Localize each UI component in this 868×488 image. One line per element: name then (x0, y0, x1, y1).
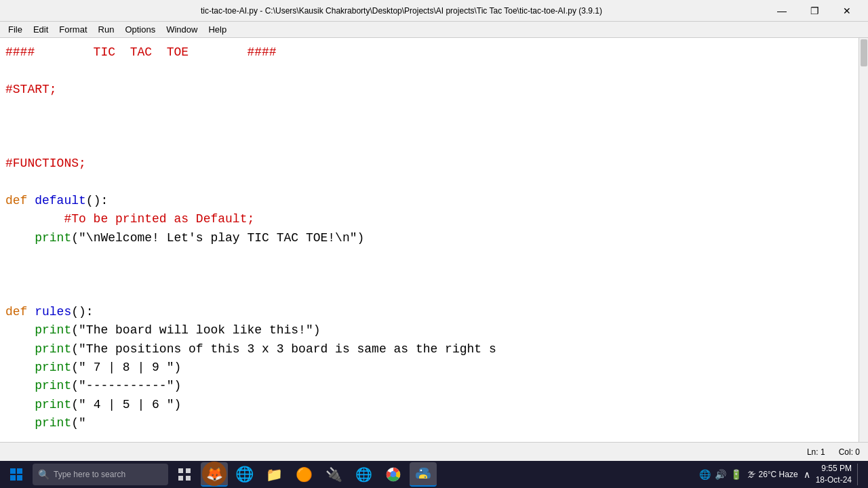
taskbar-edge-button[interactable]: 🌐 (231, 462, 258, 487)
task-view-button[interactable] (171, 462, 198, 487)
taskbar-weather[interactable]: 🌫 26°C Haze (747, 470, 797, 479)
code-line-8 (5, 174, 859, 192)
code-line-15: def rules(): (5, 303, 859, 321)
svg-point-11 (420, 470, 422, 471)
taskbar: 🔍 🦊 🌐 📁 🟠 🔌 🌐 (0, 461, 868, 488)
menu-format[interactable]: Format (54, 22, 92, 37)
svg-point-10 (391, 472, 396, 477)
code-line-21: print(" (5, 414, 859, 432)
volume-icon[interactable]: 🔊 (715, 469, 726, 480)
svg-rect-1 (17, 468, 22, 474)
svg-rect-5 (186, 468, 191, 473)
menu-options[interactable]: Options (119, 22, 161, 37)
code-line-17: print("The positions of this 3 x 3 board… (5, 340, 859, 359)
weather-text: 26°C Haze (758, 470, 797, 479)
title-bar-buttons: — ❐ ✕ (766, 0, 863, 22)
code-line-14 (5, 285, 859, 303)
taskbar-datetime[interactable]: 9:55 PM 18-Oct-24 (816, 463, 852, 486)
code-line-20: print(" 4 | 5 | 6 ") (5, 396, 859, 414)
search-icon: 🔍 (38, 469, 50, 481)
scrollbar-right[interactable] (859, 38, 868, 442)
taskbar-time-text: 9:55 PM (816, 463, 852, 474)
svg-rect-4 (178, 468, 183, 473)
code-line-19: print("-----------") (5, 377, 859, 395)
title-bar: tic-tac-toe-AI.py - C:\Users\Kausik Chak… (0, 0, 868, 22)
code-area[interactable]: #### TIC TAC TOE #### #START; #FUNCTIONS… (0, 38, 859, 442)
taskbar-orange-app-button[interactable]: 🟠 (290, 462, 317, 487)
menu-bar: File Edit Format Run Options Window Help (0, 22, 868, 38)
scrollbar-thumb[interactable] (861, 39, 867, 66)
taskbar-globe-button[interactable]: 🌐 (350, 462, 377, 487)
minimize-button[interactable]: — (766, 0, 797, 22)
code-line-11: print("\nWelcome! Let's play TIC TAC TOE… (5, 229, 859, 247)
menu-file[interactable]: File (3, 22, 28, 37)
svg-rect-2 (10, 475, 16, 481)
svg-rect-3 (17, 475, 22, 481)
taskbar-chrome-button[interactable] (380, 462, 407, 487)
code-line-12 (5, 247, 859, 266)
taskbar-system-icons: 🌐 🔊 🔋 (699, 469, 742, 480)
code-line-9: def default(): (5, 192, 859, 210)
status-ln: Ln: 1 (807, 447, 825, 457)
close-button[interactable]: ✕ (831, 0, 863, 22)
menu-help[interactable]: Help (203, 22, 232, 37)
status-col: Col: 0 (839, 447, 860, 457)
notification-icon[interactable]: ∧ (804, 469, 810, 480)
code-line-4 (5, 99, 859, 117)
svg-point-12 (425, 476, 426, 478)
weather-icon: 🌫 (747, 470, 755, 479)
code-line-1: #### TIC TAC TOE #### (5, 43, 859, 62)
taskbar-plugin-button[interactable]: 🔌 (320, 462, 347, 487)
show-desktop-button[interactable] (857, 464, 860, 485)
code-line-2 (5, 62, 859, 80)
svg-rect-0 (10, 468, 16, 474)
menu-window[interactable]: Window (161, 22, 203, 37)
search-input[interactable] (54, 470, 155, 479)
code-line-3: #START; (5, 81, 859, 99)
title-bar-text: tic-tac-toe-AI.py - C:\Users\Kausik Chak… (37, 6, 766, 16)
code-line-13 (5, 266, 859, 284)
start-button[interactable] (3, 462, 30, 487)
editor-container: #### TIC TAC TOE #### #START; #FUNCTIONS… (0, 38, 868, 442)
code-line-5 (5, 117, 859, 136)
taskbar-python-button[interactable] (410, 462, 437, 487)
status-bar: Ln: 1 Col: 0 (0, 442, 868, 461)
code-line-6 (5, 136, 859, 155)
taskbar-search-bar[interactable]: 🔍 (33, 464, 168, 485)
code-line-16: print("The board will look like this!") (5, 321, 859, 340)
network-icon[interactable]: 🌐 (699, 469, 711, 480)
battery-icon[interactable]: 🔋 (730, 469, 742, 480)
restore-button[interactable]: ❐ (799, 0, 830, 22)
menu-edit[interactable]: Edit (28, 22, 54, 37)
svg-rect-6 (178, 476, 183, 481)
taskbar-system-tray: 🌐 🔊 🔋 🌫 26°C Haze ∧ 9:55 PM 18-Oct-24 (699, 463, 865, 486)
code-line-10: #To be printed as Default; (5, 210, 859, 228)
code-line-18: print(" 7 | 8 | 9 ") (5, 359, 859, 377)
taskbar-dog-image: 🦊 (202, 462, 226, 486)
menu-run[interactable]: Run (93, 22, 120, 37)
code-line-7: #FUNCTIONS; (5, 155, 859, 173)
taskbar-date-text: 18-Oct-24 (816, 474, 852, 486)
svg-rect-7 (186, 476, 191, 481)
taskbar-fox-icon[interactable]: 🦊 (201, 462, 228, 487)
taskbar-explorer-button[interactable]: 📁 (260, 462, 288, 487)
